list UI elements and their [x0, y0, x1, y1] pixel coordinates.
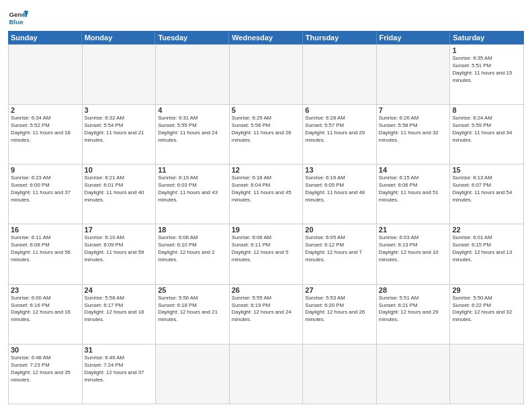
day-number: 13 [305, 166, 374, 174]
cell-sun-info: Sunrise: 5:53 AM Sunset: 6:20 PM Dayligh… [305, 295, 374, 324]
day-cell-17: 17Sunrise: 6:10 AM Sunset: 6:09 PM Dayli… [83, 224, 157, 284]
day-number: 30 [11, 346, 80, 354]
empty-cell [303, 345, 377, 404]
day-number: 16 [11, 226, 80, 234]
day-cell-12: 12Sunrise: 6:18 AM Sunset: 6:04 PM Dayli… [230, 165, 304, 224]
cell-sun-info: Sunrise: 5:50 AM Sunset: 6:22 PM Dayligh… [452, 295, 521, 324]
cell-sun-info: Sunrise: 6:01 AM Sunset: 6:15 PM Dayligh… [452, 234, 521, 264]
day-cell-5: 5Sunrise: 6:29 AM Sunset: 5:56 PM Daylig… [230, 105, 304, 165]
cell-sun-info: Sunrise: 6:46 AM Sunset: 7:24 PM Dayligh… [85, 355, 154, 384]
empty-cell [156, 45, 230, 105]
day-cell-9: 9Sunrise: 6:23 AM Sunset: 6:00 PM Daylig… [9, 165, 83, 224]
cell-sun-info: Sunrise: 6:10 AM Sunset: 6:09 PM Dayligh… [85, 234, 154, 264]
day-cell-4: 4Sunrise: 6:31 AM Sunset: 5:55 PM Daylig… [156, 105, 230, 165]
day-number: 2 [11, 106, 80, 114]
day-number: 15 [452, 166, 521, 174]
cell-sun-info: Sunrise: 6:28 AM Sunset: 5:57 PM Dayligh… [305, 115, 374, 144]
day-cell-27: 27Sunrise: 5:53 AM Sunset: 6:20 PM Dayli… [303, 285, 377, 345]
day-number: 28 [379, 286, 448, 294]
logo-icon: General Blue [8, 7, 28, 27]
cell-sun-info: Sunrise: 6:11 AM Sunset: 6:08 PM Dayligh… [11, 234, 80, 264]
calendar-header: SundayMondayTuesdayWednesdayThursdayFrid… [8, 31, 524, 44]
cell-sun-info: Sunrise: 6:35 AM Sunset: 5:51 PM Dayligh… [452, 55, 521, 85]
cell-sun-info: Sunrise: 5:51 AM Sunset: 6:21 PM Dayligh… [379, 295, 448, 324]
cell-sun-info: Sunrise: 6:19 AM Sunset: 6:03 PM Dayligh… [158, 175, 227, 204]
cell-sun-info: Sunrise: 5:56 AM Sunset: 6:18 PM Dayligh… [158, 295, 227, 324]
svg-text:Blue: Blue [9, 18, 24, 26]
cell-sun-info: Sunrise: 6:00 AM Sunset: 6:16 PM Dayligh… [11, 295, 80, 324]
day-number: 9 [11, 166, 80, 174]
day-number: 18 [158, 226, 227, 234]
day-cell-3: 3Sunrise: 6:32 AM Sunset: 5:54 PM Daylig… [83, 105, 157, 165]
day-number: 27 [305, 286, 374, 294]
day-number: 7 [379, 106, 448, 114]
weekday-header-wednesday: Wednesday [229, 31, 303, 44]
cell-sun-info: Sunrise: 6:24 AM Sunset: 5:59 PM Dayligh… [452, 115, 521, 144]
empty-cell [230, 345, 304, 404]
day-number: 1 [452, 46, 521, 54]
day-cell-19: 19Sunrise: 6:06 AM Sunset: 6:11 PM Dayli… [230, 224, 304, 284]
day-cell-24: 24Sunrise: 5:58 AM Sunset: 6:17 PM Dayli… [83, 285, 157, 345]
day-cell-2: 2Sunrise: 6:34 AM Sunset: 5:52 PM Daylig… [9, 105, 83, 165]
day-cell-16: 16Sunrise: 6:11 AM Sunset: 6:08 PM Dayli… [9, 224, 83, 284]
day-number: 25 [158, 286, 227, 294]
cell-sun-info: Sunrise: 6:26 AM Sunset: 5:58 PM Dayligh… [379, 115, 448, 144]
cell-sun-info: Sunrise: 5:55 AM Sunset: 6:19 PM Dayligh… [232, 295, 301, 324]
day-cell-1: 1Sunrise: 6:35 AM Sunset: 5:51 PM Daylig… [450, 45, 524, 105]
day-number: 4 [158, 106, 227, 114]
weekday-header-tuesday: Tuesday [155, 31, 229, 44]
day-cell-22: 22Sunrise: 6:01 AM Sunset: 6:15 PM Dayli… [450, 224, 524, 284]
day-number: 3 [85, 106, 154, 114]
day-cell-15: 15Sunrise: 6:13 AM Sunset: 6:07 PM Dayli… [450, 165, 524, 224]
cell-sun-info: Sunrise: 6:32 AM Sunset: 5:54 PM Dayligh… [85, 115, 154, 144]
day-cell-14: 14Sunrise: 6:15 AM Sunset: 6:06 PM Dayli… [377, 165, 451, 224]
cell-sun-info: Sunrise: 6:13 AM Sunset: 6:07 PM Dayligh… [452, 175, 521, 204]
day-cell-31: 31Sunrise: 6:46 AM Sunset: 7:24 PM Dayli… [83, 345, 157, 404]
empty-cell [377, 45, 451, 105]
cell-sun-info: Sunrise: 6:31 AM Sunset: 5:55 PM Dayligh… [158, 115, 227, 144]
day-cell-7: 7Sunrise: 6:26 AM Sunset: 5:58 PM Daylig… [377, 105, 451, 165]
day-number: 21 [379, 226, 448, 234]
page: General Blue SundayMondayTuesdayWednesda… [0, 0, 532, 411]
empty-cell [303, 45, 377, 105]
day-number: 20 [305, 226, 374, 234]
cell-sun-info: Sunrise: 6:08 AM Sunset: 6:10 PM Dayligh… [158, 234, 227, 264]
day-number: 11 [158, 166, 227, 174]
empty-cell [156, 345, 230, 404]
day-number: 24 [85, 286, 154, 294]
weekday-header-monday: Monday [82, 31, 156, 44]
day-number: 29 [452, 286, 521, 294]
weekday-header-thursday: Thursday [303, 31, 377, 44]
day-cell-28: 28Sunrise: 5:51 AM Sunset: 6:21 PM Dayli… [377, 285, 451, 345]
empty-cell [83, 45, 157, 105]
cell-sun-info: Sunrise: 6:48 AM Sunset: 7:23 PM Dayligh… [11, 355, 80, 384]
day-number: 19 [232, 226, 301, 234]
day-cell-6: 6Sunrise: 6:28 AM Sunset: 5:57 PM Daylig… [303, 105, 377, 165]
day-number: 22 [452, 226, 521, 234]
cell-sun-info: Sunrise: 6:21 AM Sunset: 6:01 PM Dayligh… [85, 175, 154, 204]
empty-cell [230, 45, 304, 105]
empty-cell [377, 345, 451, 404]
day-cell-18: 18Sunrise: 6:08 AM Sunset: 6:10 PM Dayli… [156, 224, 230, 284]
cell-sun-info: Sunrise: 6:34 AM Sunset: 5:52 PM Dayligh… [11, 115, 80, 144]
day-number: 12 [232, 166, 301, 174]
day-cell-30: 30Sunrise: 6:48 AM Sunset: 7:23 PM Dayli… [9, 345, 83, 404]
day-cell-11: 11Sunrise: 6:19 AM Sunset: 6:03 PM Dayli… [156, 165, 230, 224]
cell-sun-info: Sunrise: 6:06 AM Sunset: 6:11 PM Dayligh… [232, 234, 301, 264]
day-number: 14 [379, 166, 448, 174]
logo: General Blue [8, 7, 28, 27]
day-cell-29: 29Sunrise: 5:50 AM Sunset: 6:22 PM Dayli… [450, 285, 524, 345]
day-cell-13: 13Sunrise: 6:16 AM Sunset: 6:05 PM Dayli… [303, 165, 377, 224]
day-cell-10: 10Sunrise: 6:21 AM Sunset: 6:01 PM Dayli… [83, 165, 157, 224]
header: General Blue [8, 7, 524, 27]
day-number: 6 [305, 106, 374, 114]
day-cell-21: 21Sunrise: 6:03 AM Sunset: 6:13 PM Dayli… [377, 224, 451, 284]
day-cell-23: 23Sunrise: 6:00 AM Sunset: 6:16 PM Dayli… [9, 285, 83, 345]
day-number: 5 [232, 106, 301, 114]
calendar-body: 1Sunrise: 6:35 AM Sunset: 5:51 PM Daylig… [8, 44, 524, 404]
cell-sun-info: Sunrise: 6:03 AM Sunset: 6:13 PM Dayligh… [379, 234, 448, 264]
day-cell-20: 20Sunrise: 6:05 AM Sunset: 6:12 PM Dayli… [303, 224, 377, 284]
day-number: 10 [85, 166, 154, 174]
cell-sun-info: Sunrise: 6:23 AM Sunset: 6:00 PM Dayligh… [11, 175, 80, 204]
cell-sun-info: Sunrise: 6:18 AM Sunset: 6:04 PM Dayligh… [232, 175, 301, 204]
